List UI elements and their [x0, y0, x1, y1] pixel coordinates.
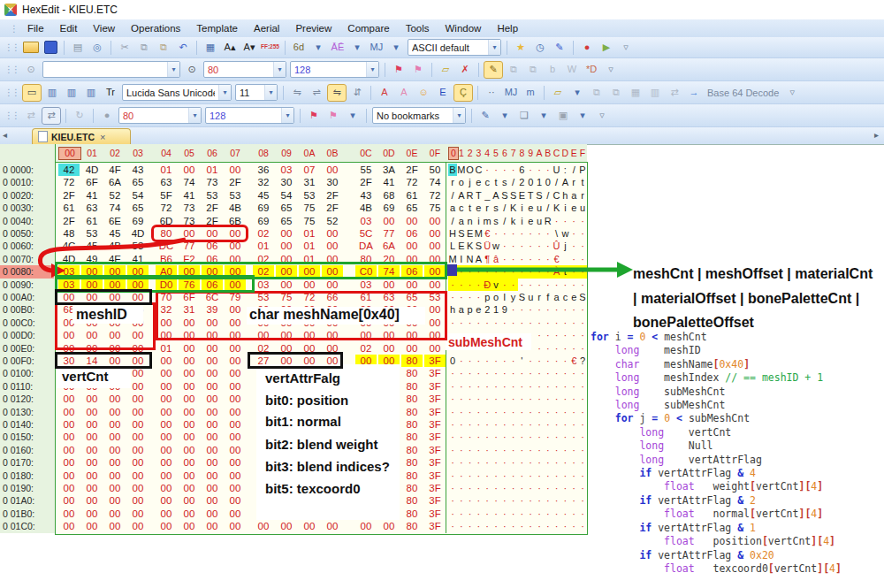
hex-byte[interactable]: 69	[253, 202, 274, 214]
menu-template[interactable]: Template	[188, 23, 246, 34]
hex-byte[interactable]: 80	[401, 482, 423, 494]
hex-byte[interactable]: 06	[401, 227, 423, 240]
ascii-char[interactable]: ·	[457, 494, 466, 507]
ascii-char[interactable]: ·	[500, 279, 509, 291]
ascii-char[interactable]: ·	[492, 431, 500, 443]
hex-byte[interactable]: 03	[276, 164, 297, 176]
hex-byte[interactable]: 00	[378, 342, 400, 355]
ascii-char[interactable]: ·	[560, 367, 569, 379]
hex-byte[interactable]: 39	[202, 303, 223, 316]
hex-byte[interactable]: 72	[299, 291, 320, 303]
hex-byte[interactable]: 00	[202, 393, 223, 405]
dots-icon[interactable]: ··	[483, 85, 500, 101]
ascii-char[interactable]: ·	[474, 355, 483, 367]
ascii-char[interactable]: j	[466, 176, 475, 188]
ascii-char[interactable]: ·	[474, 431, 483, 443]
ascii-char[interactable]: ·	[466, 508, 475, 520]
ascii-char[interactable]: ·	[483, 355, 492, 367]
ascii-char[interactable]: ·	[552, 482, 561, 494]
ascii-char[interactable]: t	[492, 176, 500, 188]
font-tt-icon[interactable]: Tr	[102, 85, 119, 101]
print-icon[interactable]: ▤	[69, 40, 87, 56]
ascii-char[interactable]: ·	[535, 240, 544, 252]
ascii-char[interactable]: ·	[517, 508, 526, 520]
hex-byte[interactable]: 00	[81, 418, 103, 431]
hex-byte[interactable]: 80	[401, 431, 423, 443]
ascii-char[interactable]: Ü	[483, 240, 492, 252]
ascii-char[interactable]: ·	[466, 456, 475, 469]
hex-byte[interactable]: 48	[58, 227, 80, 240]
ascii-char[interactable]: ·	[578, 253, 587, 265]
menu-help[interactable]: Help	[489, 23, 526, 34]
ascii-char[interactable]: ·	[466, 291, 475, 303]
ascii-char[interactable]: ·	[466, 279, 475, 291]
smiley-icon[interactable]: ☺	[415, 85, 432, 101]
hex-byte[interactable]: 14	[81, 355, 103, 367]
hex-byte[interactable]: 00	[378, 520, 400, 532]
ascii-char[interactable]: ·	[448, 291, 457, 303]
hex-byte[interactable]: 63	[156, 176, 177, 188]
ascii-char[interactable]: ·	[578, 215, 587, 227]
ascii-char[interactable]: ·	[483, 470, 492, 482]
charset-ae-icon[interactable]: ĀĒ	[329, 40, 347, 56]
ascii-char[interactable]: ·	[544, 355, 552, 367]
ascii-char[interactable]: ·	[448, 482, 457, 494]
hex-byte[interactable]: 00	[202, 456, 223, 469]
hex-byte[interactable]: 00	[378, 215, 400, 227]
chevron-down-icon[interactable]: ▾	[218, 85, 231, 100]
hex-byte[interactable]: 53	[299, 189, 320, 202]
ascii-char[interactable]: ·	[560, 303, 569, 316]
hex-byte[interactable]: 00	[127, 508, 149, 520]
hex-byte[interactable]: 00	[81, 291, 103, 303]
ascii-char[interactable]: ·	[466, 367, 475, 379]
menu-tools[interactable]: Tools	[398, 23, 438, 34]
ascii-char[interactable]: ·	[466, 317, 475, 329]
hex-byte[interactable]: 00	[202, 265, 223, 278]
hex-byte[interactable]: 00	[322, 342, 343, 355]
hex-byte[interactable]: 4C	[58, 240, 80, 252]
ascii-char[interactable]: ·	[552, 367, 561, 379]
hex-byte[interactable]: 2F	[322, 202, 343, 214]
ascii-char[interactable]: S	[517, 291, 526, 303]
ascii-char[interactable]: ·	[526, 240, 535, 252]
ascii-char[interactable]: /	[500, 215, 509, 227]
hex-byte[interactable]: 74	[104, 202, 126, 214]
ascii-char[interactable]: ·	[457, 380, 466, 393]
hex-byte[interactable]: 77	[378, 227, 400, 240]
layout2-icon[interactable]: ⇌	[308, 85, 325, 101]
ascii-char[interactable]: ·	[483, 406, 492, 418]
ascii-char[interactable]: ·	[517, 418, 526, 431]
goto-dec-combo[interactable]: 128▾	[205, 107, 294, 124]
ascii-char[interactable]: u	[526, 291, 535, 303]
highlighter-dropdown-icon[interactable]: ▾	[496, 108, 514, 124]
ascii-char[interactable]: ·	[535, 508, 544, 520]
hex-byte[interactable]: 5C	[355, 227, 377, 240]
hex-byte[interactable]: 61	[58, 202, 80, 214]
hex-byte[interactable]: 00	[179, 482, 200, 494]
ascii-char[interactable]: ·	[535, 367, 544, 379]
ascii-char[interactable]: ·	[492, 227, 500, 240]
ascii-char[interactable]: E	[517, 189, 526, 202]
ascii-char[interactable]: ·	[483, 367, 492, 379]
hex-byte[interactable]: 03	[355, 279, 377, 291]
search-icon[interactable]: ⊙	[22, 62, 40, 78]
ascii-char[interactable]: ·	[544, 279, 552, 291]
ascii-char[interactable]	[560, 253, 569, 265]
ascii-char[interactable]: ·	[535, 253, 544, 265]
hex-byte[interactable]: 80	[401, 470, 423, 482]
ascii-char[interactable]: ·	[544, 227, 552, 240]
font-increase-icon[interactable]: A▴	[221, 40, 239, 56]
ascii-char[interactable]: r	[483, 202, 492, 214]
ascii-char[interactable]: e	[474, 303, 483, 316]
hex-byte[interactable]: 00	[378, 279, 400, 291]
ascii-char[interactable]: ·	[517, 444, 526, 456]
hex-byte[interactable]: 00	[401, 240, 423, 252]
comment-icon[interactable]: ❏	[515, 108, 533, 124]
hex-byte[interactable]: 55	[355, 164, 377, 176]
print-preview-icon[interactable]: ◎	[88, 40, 106, 56]
ascii-char[interactable]: ·	[569, 431, 578, 443]
ascii-char[interactable]: e	[569, 202, 578, 214]
layout3-icon[interactable]: ⇋	[327, 84, 347, 102]
ascii-char[interactable]: ·	[474, 393, 483, 405]
hex-byte[interactable]: 72	[401, 176, 423, 188]
